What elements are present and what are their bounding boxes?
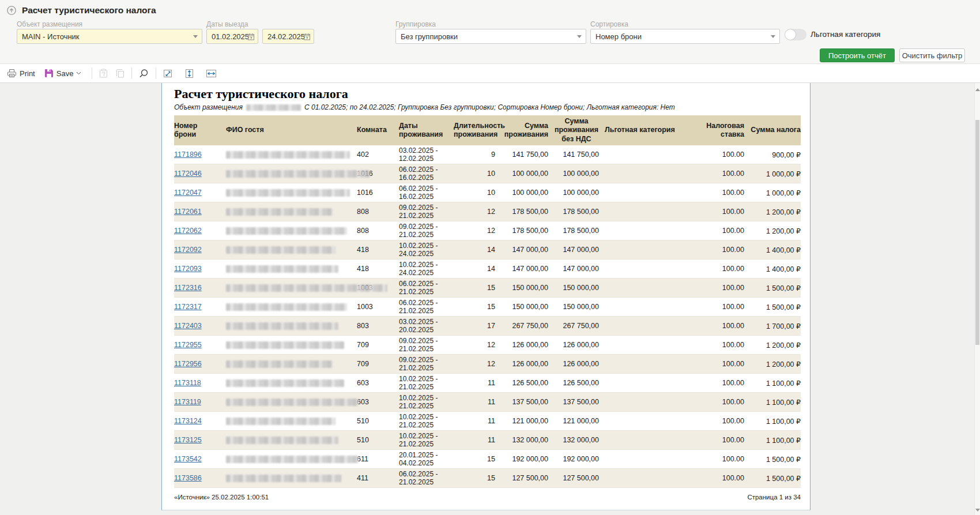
- cell-fio: [223, 164, 354, 183]
- cell-rate: 100.00: [680, 431, 747, 450]
- booking-link[interactable]: 1172061: [174, 208, 202, 216]
- cell-booking: 1172316: [174, 279, 223, 298]
- booking-link[interactable]: 1172092: [174, 246, 202, 254]
- booking-link[interactable]: 1172956: [174, 360, 202, 368]
- viewer-scrollbar[interactable]: [974, 83, 980, 515]
- cell-rate: 100.00: [680, 279, 747, 298]
- toolbar-separator: [131, 67, 132, 79]
- fit-page-button[interactable]: [161, 67, 175, 80]
- cell-dates: 10.02.2025 -24.02.2025: [396, 240, 451, 260]
- cell-dates: 06.02.2025 -21.02.2025: [396, 279, 451, 298]
- report-toolbar: Print Save: [0, 64, 980, 83]
- cell-tax: 1 400,00 ₽: [747, 260, 801, 279]
- cell-tax: 900,00 ₽: [747, 145, 801, 164]
- cell-tax: 1 500,00 ₽: [747, 450, 801, 469]
- cell-room: 510: [354, 431, 396, 450]
- benefit-category-toggle[interactable]: [785, 29, 806, 40]
- booking-link[interactable]: 1172062: [174, 227, 202, 235]
- cell-room: 411: [354, 469, 396, 488]
- object-select[interactable]: MAIN - Источник: [17, 29, 202, 44]
- booking-link[interactable]: 1173586: [174, 474, 202, 482]
- cell-amount: 132 000,00: [498, 431, 551, 450]
- printer-icon: [7, 69, 17, 78]
- table-row: 117206280809.02.2025 -21.02.202512178 50…: [174, 221, 801, 240]
- calendar-icon[interactable]: [247, 33, 255, 40]
- search-button[interactable]: [137, 67, 151, 80]
- cell-tax: 1 700,00 ₽: [747, 317, 801, 336]
- booking-link[interactable]: 1173118: [174, 379, 201, 387]
- dates-label: Даты выезда: [206, 20, 248, 28]
- sorting-select[interactable]: Номер брони: [590, 29, 780, 44]
- cell-benefit: [602, 260, 680, 279]
- fit-width-button[interactable]: [203, 67, 219, 80]
- cell-rate: 100.00: [680, 450, 747, 469]
- booking-link[interactable]: 1173542: [174, 455, 202, 463]
- cell-room: 611: [354, 450, 396, 469]
- collapse-panel-icon[interactable]: [6, 5, 17, 16]
- booking-link[interactable]: 1172047: [174, 189, 202, 197]
- cell-room: 1016: [354, 183, 396, 202]
- cell-fio: [223, 355, 354, 374]
- cell-tax: 1 500,00 ₽: [747, 298, 801, 317]
- cell-amount: 150 000,00: [498, 298, 551, 317]
- save-menu-chevron-icon[interactable]: [76, 72, 81, 75]
- booking-link[interactable]: 1173119: [174, 398, 201, 406]
- cell-tax: 1 100,00 ₽: [747, 412, 801, 431]
- booking-link[interactable]: 1171896: [174, 151, 202, 159]
- cell-amount_no_vat: 147 000,00: [551, 260, 602, 279]
- booking-link[interactable]: 1172403: [174, 322, 202, 330]
- cell-amount_no_vat: 192 000,00: [551, 450, 602, 469]
- booking-link[interactable]: 1172955: [174, 341, 202, 349]
- cell-benefit: [602, 202, 680, 221]
- grouping-select[interactable]: Без группировки: [395, 29, 586, 44]
- cell-benefit: [602, 164, 680, 183]
- cell-booking: 1173125: [174, 431, 223, 450]
- cell-benefit: [602, 183, 680, 202]
- booking-link[interactable]: 1172093: [174, 265, 202, 273]
- cell-amount_no_vat: 178 500,00: [551, 202, 602, 221]
- table-row: 117311960310.02.2025 -21.02.202511137 50…: [174, 393, 801, 412]
- booking-link[interactable]: 1172317: [174, 303, 202, 311]
- cell-rate: 100.00: [680, 145, 747, 164]
- build-report-button[interactable]: Построить отчёт: [820, 48, 895, 62]
- save-button[interactable]: Save: [42, 67, 84, 80]
- cell-nights: 15: [451, 298, 498, 317]
- cell-dates: 09.02.2025 -21.02.2025: [396, 355, 451, 374]
- date-from-input[interactable]: 01.02.2025: [206, 29, 258, 44]
- guest-name-redacted: [226, 379, 344, 387]
- table-row: 117312451010.02.2025 -21.02.202511121 00…: [174, 412, 801, 431]
- cell-rate: 100.00: [680, 260, 747, 279]
- scroll-down-arrow-icon[interactable]: [975, 509, 980, 512]
- cell-dates: 10.02.2025 -21.02.2025: [396, 393, 451, 412]
- scroll-up-arrow-icon[interactable]: [975, 88, 980, 91]
- column-header: Сумма проживания: [498, 115, 551, 145]
- booking-link[interactable]: 1173124: [174, 417, 202, 425]
- clear-filter-button[interactable]: Очистить фильтр: [899, 48, 965, 62]
- cell-booking: 1173586: [174, 469, 223, 488]
- cell-amount: 141 750,00: [498, 145, 551, 164]
- print-button[interactable]: Print: [5, 67, 37, 80]
- fit-height-button[interactable]: [182, 67, 197, 80]
- cell-booking: 1173118: [174, 374, 223, 393]
- cell-dates: 03.02.2025 -20.02.2025: [396, 317, 451, 336]
- cell-tax: 1 100,00 ₽: [747, 431, 801, 450]
- guest-name-redacted: [226, 418, 336, 425]
- table-row: 1172046101606.02.2025 -16.02.202510100 0…: [174, 164, 801, 183]
- table-row: 1172047101606.02.2025 -16.02.202510100 0…: [174, 183, 801, 202]
- scrollbar-thumb[interactable]: [975, 120, 979, 345]
- booking-link[interactable]: 1172046: [174, 170, 202, 178]
- calendar-icon[interactable]: [303, 33, 311, 40]
- subtitle-prefix: Объект размещения: [174, 103, 243, 111]
- date-to-input[interactable]: 24.02.2025: [262, 29, 314, 44]
- report-table-header-row: Номер брониФИО гостяКомнатаДаты проживан…: [174, 115, 801, 145]
- cell-rate: 100.00: [680, 393, 747, 412]
- table-row: 117354261120.01.2025 -04.02.202515192 00…: [174, 450, 801, 469]
- cell-room: 510: [354, 412, 396, 431]
- cell-booking: 1172046: [174, 164, 223, 183]
- cell-tax: 1 000,00 ₽: [747, 164, 801, 183]
- object-label: Объект размещения: [17, 20, 82, 28]
- date-from-value: 01.02.2025: [212, 32, 249, 41]
- footer-source-timestamp: «Источник» 25.02.2025 1:00:51: [174, 494, 269, 501]
- booking-link[interactable]: 1172316: [174, 284, 202, 292]
- booking-link[interactable]: 1173125: [174, 436, 202, 444]
